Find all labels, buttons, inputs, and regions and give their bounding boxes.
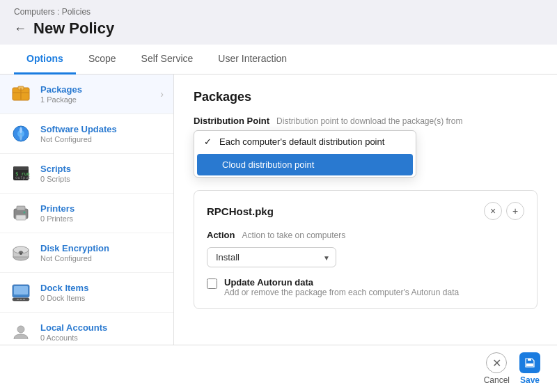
bottom-bar: ✕ Cancel Save xyxy=(0,345,557,392)
cancel-button[interactable]: ✕ Cancel xyxy=(484,352,510,385)
svg-rect-7 xyxy=(13,166,29,170)
sidebar-item-packages[interactable]: Packages 1 Package › xyxy=(0,75,173,114)
add-package-button[interactable]: + xyxy=(506,202,524,220)
packages-label: Packages xyxy=(40,84,160,95)
svg-rect-23 xyxy=(23,299,25,300)
sidebar-item-disk-encryption[interactable]: Disk Encryption Not Configured xyxy=(0,233,173,273)
packages-chevron: › xyxy=(160,88,164,100)
svg-rect-19 xyxy=(14,286,28,295)
checkmark-icon: ✓ xyxy=(204,136,214,147)
local-accounts-icon xyxy=(10,321,32,343)
dropdown-item-default[interactable]: ✓ Each computer's default distribution p… xyxy=(194,131,416,152)
dock-items-label: Dock Items xyxy=(40,283,164,293)
scripts-label: Scripts xyxy=(40,164,164,174)
autorun-row: Update Autorun data Add or remove the pa… xyxy=(207,277,524,297)
page-title: New Policy xyxy=(33,19,114,38)
tab-scope[interactable]: Scope xyxy=(76,45,129,75)
tabs-bar: Options Scope Self Service User Interact… xyxy=(0,45,557,75)
sidebar-item-local-accounts[interactable]: Local Accounts 0 Accounts xyxy=(0,313,173,345)
packages-icon xyxy=(10,83,32,105)
disk-encryption-label: Disk Encryption xyxy=(40,243,164,253)
software-updates-sub: Not Configured xyxy=(40,135,164,143)
tab-self-service[interactable]: Self Service xyxy=(129,45,206,75)
distribution-point-dropdown-container: ✓ Each computer's default distribution p… xyxy=(194,130,538,178)
sidebar-item-scripts[interactable]: $ run output Scripts 0 Scripts xyxy=(0,154,173,194)
sidebar-item-printers[interactable]: Printers 0 Printers xyxy=(0,194,173,233)
scripts-icon: $ run output xyxy=(10,162,32,185)
tab-user-interaction[interactable]: User Interaction xyxy=(205,45,299,75)
action-select[interactable]: Install Cache Install Cached Packages Un… xyxy=(207,247,336,267)
software-updates-icon xyxy=(10,123,32,145)
svg-rect-21 xyxy=(17,299,19,300)
remove-package-button[interactable]: × xyxy=(484,202,502,220)
local-accounts-sub: 0 Accounts xyxy=(40,334,164,342)
dist-point-desc: Distribution point to download the packa… xyxy=(276,116,462,126)
disk-encryption-icon xyxy=(10,242,32,264)
svg-point-13 xyxy=(24,212,26,214)
printers-icon xyxy=(10,202,32,224)
back-button[interactable]: ← xyxy=(14,22,26,35)
dock-items-sub: 0 Dock Items xyxy=(40,294,164,302)
svg-rect-26 xyxy=(526,363,533,366)
printers-sub: 0 Printers xyxy=(40,214,164,223)
save-icon xyxy=(519,352,540,373)
dist-point-label: Distribution Point xyxy=(194,116,269,126)
sidebar-item-software-updates[interactable]: Software Updates Not Configured xyxy=(0,114,173,154)
packages-sub: 1 Package xyxy=(40,95,160,104)
breadcrumb: Computers : Policies xyxy=(14,7,543,17)
svg-rect-12 xyxy=(16,215,26,220)
svg-rect-22 xyxy=(20,299,22,300)
dock-items-icon xyxy=(10,281,32,304)
content-area: Packages Distribution Point Distribution… xyxy=(174,75,557,345)
svg-text:output: output xyxy=(15,175,31,180)
autorun-label: Update Autorun data xyxy=(224,277,459,288)
sidebar: Packages 1 Package › Software Updates No… xyxy=(0,75,174,345)
software-updates-label: Software Updates xyxy=(40,124,164,134)
action-select-wrapper: Install Cache Install Cached Packages Un… xyxy=(207,247,336,267)
scripts-sub: 0 Scripts xyxy=(40,175,164,183)
disk-encryption-sub: Not Configured xyxy=(40,254,164,262)
content-title: Packages xyxy=(194,90,538,104)
svg-rect-25 xyxy=(528,359,531,361)
tab-options[interactable]: Options xyxy=(14,45,76,75)
save-button[interactable]: Save xyxy=(519,352,540,385)
package-card: RPCHost.pkg × + Action Action to take on… xyxy=(194,190,538,309)
autorun-desc: Add or remove the package from each comp… xyxy=(224,288,459,297)
svg-rect-11 xyxy=(17,206,25,210)
dropdown-item-cloud[interactable]: Cloud distribution point xyxy=(197,154,413,175)
package-name: RPCHost.pkg xyxy=(207,205,274,217)
autorun-checkbox[interactable] xyxy=(207,279,217,289)
sidebar-item-dock-items[interactable]: Dock Items 0 Dock Items xyxy=(0,273,173,313)
svg-point-17 xyxy=(19,252,22,255)
local-accounts-label: Local Accounts xyxy=(40,322,164,333)
action-label: Action xyxy=(207,230,235,240)
distribution-point-dropdown[interactable]: ✓ Each computer's default distribution p… xyxy=(194,130,416,178)
cancel-icon: ✕ xyxy=(486,352,507,373)
action-desc: Action to take on computers xyxy=(242,230,345,240)
svg-point-24 xyxy=(17,326,24,333)
printers-label: Printers xyxy=(40,203,164,214)
